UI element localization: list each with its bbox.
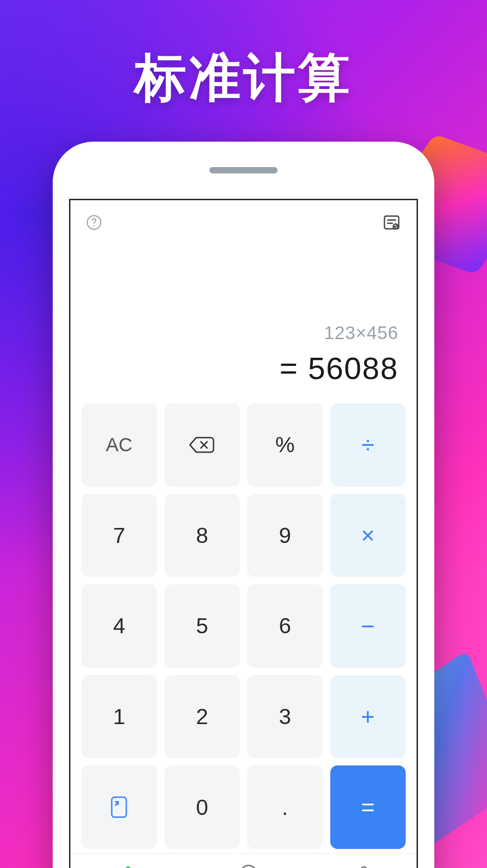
hero-title: 标准计算	[0, 43, 487, 113]
key-plus[interactable]: +	[330, 675, 406, 759]
key-minus[interactable]: −	[330, 584, 406, 668]
key-2[interactable]: 2	[164, 675, 240, 759]
key-backspace[interactable]	[164, 403, 240, 487]
display-area: 123×456 = 56088	[70, 323, 417, 394]
person-icon	[355, 864, 373, 868]
key-4[interactable]: 4	[81, 584, 157, 668]
top-bar	[70, 200, 417, 232]
key-dot[interactable]: .	[247, 765, 323, 849]
key-5[interactable]: 5	[164, 584, 240, 668]
history-icon	[382, 213, 401, 232]
svg-point-4	[241, 865, 256, 868]
home-icon	[119, 864, 137, 868]
help-icon	[86, 214, 102, 231]
svg-point-1	[94, 225, 95, 227]
expression-text: 123×456	[89, 323, 398, 343]
nav-more[interactable]: 更多	[354, 864, 374, 868]
key-1[interactable]: 1	[81, 675, 157, 759]
app-screen: 123×456 = 56088 AC % ÷ 7 8 9 × 4 5 6 − 1…	[69, 199, 418, 868]
key-3[interactable]: 3	[247, 675, 323, 759]
phone-speaker	[209, 167, 278, 173]
key-clear[interactable]: AC	[81, 403, 157, 487]
key-expand[interactable]	[81, 765, 157, 849]
help-button[interactable]	[86, 214, 102, 231]
key-percent[interactable]: %	[247, 403, 323, 487]
key-equals[interactable]: =	[330, 765, 406, 849]
key-0[interactable]: 0	[164, 765, 240, 849]
expand-icon	[109, 794, 129, 820]
nav-unit-convert[interactable]: 单位换算	[229, 864, 268, 868]
key-multiply[interactable]: ×	[330, 494, 406, 577]
svg-rect-3	[112, 797, 126, 817]
swap-icon	[239, 864, 258, 868]
nav-calculator[interactable]: 计算器	[113, 864, 143, 868]
backspace-icon	[188, 435, 216, 455]
result-text: = 56088	[89, 350, 398, 386]
keypad: AC % ÷ 7 8 9 × 4 5 6 − 1 2 3 +	[70, 394, 417, 853]
history-button[interactable]	[382, 213, 401, 232]
bottom-nav: 计算器 单位换算 更多	[70, 853, 417, 868]
key-7[interactable]: 7	[81, 494, 157, 577]
key-divide[interactable]: ÷	[330, 403, 406, 487]
key-6[interactable]: 6	[247, 584, 323, 668]
phone-frame: 123×456 = 56088 AC % ÷ 7 8 9 × 4 5 6 − 1…	[53, 142, 434, 868]
key-8[interactable]: 8	[164, 494, 240, 577]
key-9[interactable]: 9	[247, 494, 323, 577]
